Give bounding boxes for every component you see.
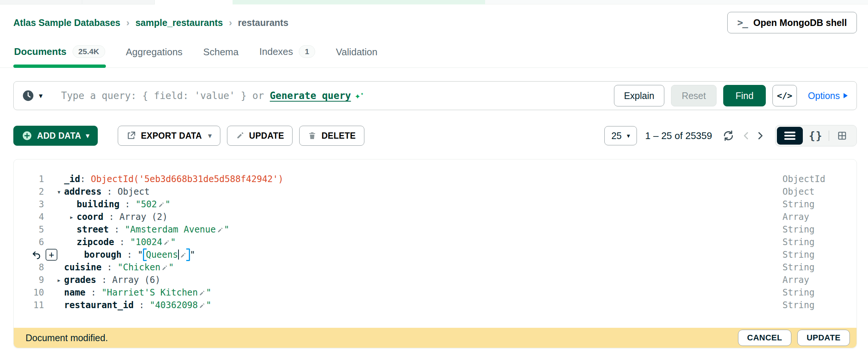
- refresh-button[interactable]: [722, 130, 734, 142]
- page-size-value: 25: [611, 131, 622, 141]
- tab-label: Schema: [203, 46, 238, 58]
- update-document-button[interactable]: UPDATE: [797, 330, 850, 346]
- chevron-left-icon: [741, 131, 751, 141]
- reset-button[interactable]: Reset: [671, 85, 717, 106]
- line-number-gutter: 5: [14, 224, 44, 235]
- window-tab-strip: [0, 0, 868, 4]
- line-number-gutter: 4: [14, 212, 44, 222]
- terminal-icon: >_: [737, 17, 747, 28]
- key-value-separator: :: [121, 250, 137, 260]
- code-view-button[interactable]: </>: [772, 85, 797, 106]
- chevron-down-icon: ▾: [208, 132, 211, 140]
- line-number-gutter: 1: [14, 174, 44, 184]
- table-view-toggle[interactable]: [829, 127, 855, 145]
- collection-header: Atlas Sample Databases › sample_restaura…: [0, 4, 868, 33]
- find-button[interactable]: Find: [723, 85, 766, 106]
- banner-actions: CANCEL UPDATE: [738, 330, 850, 346]
- list-view-toggle[interactable]: [777, 127, 803, 145]
- field-type: String: [782, 287, 857, 298]
- banner-message: Document modified.: [26, 333, 108, 343]
- document-row: 2▾address : ObjectObject: [14, 185, 857, 198]
- document-row: 11restaurant_id : "40362098"String: [14, 299, 857, 311]
- field-value[interactable]: Object: [118, 187, 150, 197]
- query-input[interactable]: Type a query: { field: 'value' } or Gene…: [61, 90, 364, 101]
- field-value[interactable]: "Harriet'S Kitchen": [101, 287, 211, 298]
- json-view-toggle[interactable]: {}: [803, 127, 829, 145]
- chevron-down-icon: ▾: [627, 133, 630, 139]
- edit-pencil-icon[interactable]: [158, 202, 164, 208]
- field-name: restaurant_id: [64, 300, 134, 310]
- collapse-caret-icon[interactable]: ▾: [44, 188, 64, 196]
- add-field-button[interactable]: +: [46, 249, 57, 261]
- add-data-button[interactable]: ADD DATA ▾: [13, 126, 98, 146]
- open-mongodb-shell-button[interactable]: >_ Open MongoDB shell: [727, 12, 857, 33]
- field-type: String: [782, 262, 857, 273]
- tab-documents[interactable]: Documents25.4K: [13, 41, 106, 67]
- field-value[interactable]: "Chicken": [118, 262, 174, 273]
- quote-mark: ": [138, 250, 143, 260]
- trash-icon: [308, 131, 317, 140]
- edit-pencil-icon[interactable]: [217, 227, 223, 234]
- breadcrumb-database-link[interactable]: sample_restaurants: [136, 17, 223, 28]
- field-name: cuisine: [64, 262, 101, 273]
- key-value-separator: :: [114, 237, 130, 247]
- tab-schema[interactable]: Schema: [203, 42, 239, 67]
- explain-button[interactable]: Explain: [614, 85, 664, 106]
- tab-count-badge: 25.4K: [73, 45, 105, 58]
- field-value[interactable]: "40362098": [150, 300, 211, 310]
- edit-pencil-icon[interactable]: [163, 240, 170, 246]
- line-number-gutter: 3: [14, 199, 44, 210]
- update-button[interactable]: UPDATE: [227, 126, 293, 146]
- options-toggle[interactable]: Options: [808, 90, 848, 101]
- field-value[interactable]: "10024": [130, 237, 176, 247]
- edit-pencil-icon[interactable]: [180, 252, 186, 259]
- tab-aggregations[interactable]: Aggregations: [125, 42, 183, 67]
- page-size-select[interactable]: 25 ▾: [604, 126, 637, 145]
- field-value[interactable]: Array (6): [112, 275, 160, 285]
- query-placeholder: Type a query: { field: 'value' } or: [61, 90, 270, 101]
- key-value-separator: :: [101, 187, 117, 197]
- key-value-separator: :: [109, 224, 125, 235]
- tab-label: Indexes: [259, 46, 293, 57]
- field-name: zipcode: [77, 237, 114, 247]
- field-name: borough: [84, 250, 121, 260]
- prev-page-button[interactable]: [741, 131, 751, 141]
- field-name: address: [64, 187, 101, 197]
- field-name: _id: [64, 174, 80, 184]
- revert-change-icon[interactable]: [31, 250, 42, 260]
- edit-pencil-icon[interactable]: [198, 290, 205, 297]
- breadcrumb: Atlas Sample Databases › sample_restaura…: [13, 17, 288, 29]
- line-number-gutter: 2: [14, 187, 44, 197]
- field-content: restaurant_id : "40362098": [44, 300, 782, 310]
- window-tab-gap: [155, 0, 233, 4]
- tab-validation[interactable]: Validation: [335, 42, 378, 67]
- pagination-range: 1 – 25 of 25359: [645, 130, 712, 142]
- query-history-button[interactable]: ▾: [22, 89, 43, 102]
- document-rows: 1_id: ObjectId('5eb3d668b31de5d588f42942…: [14, 159, 857, 311]
- field-value-editing[interactable]: Queens: [144, 250, 189, 260]
- edit-pencil-icon[interactable]: [161, 265, 168, 271]
- query-actions: Explain Reset Find </> Options: [614, 85, 848, 106]
- breadcrumb-chevron-icon: ›: [229, 17, 232, 29]
- document-row: 8cuisine : "Chicken"String: [14, 261, 857, 274]
- generate-query-link[interactable]: Generate query: [270, 90, 351, 101]
- tab-count-badge: 1: [299, 45, 315, 58]
- field-value[interactable]: "Amsterdam Avenue": [125, 224, 229, 235]
- cancel-button[interactable]: CANCEL: [738, 330, 792, 346]
- tab-indexes[interactable]: Indexes1: [258, 41, 316, 67]
- next-page-button[interactable]: [755, 131, 765, 141]
- field-name: building: [77, 199, 120, 210]
- export-data-button[interactable]: EXPORT DATA ▾: [118, 126, 220, 146]
- delete-button[interactable]: DELETE: [299, 126, 364, 146]
- breadcrumb-databases-link[interactable]: Atlas Sample Databases: [13, 17, 120, 28]
- expand-caret-icon[interactable]: ▸: [57, 213, 77, 221]
- edit-pencil-icon[interactable]: [198, 303, 205, 309]
- field-value[interactable]: ObjectId('5eb3d668b31de5d588f42942'): [91, 174, 283, 184]
- breadcrumb-collection-current: restaurants: [238, 17, 288, 28]
- expand-caret-icon[interactable]: ▸: [44, 276, 64, 284]
- field-value[interactable]: "502": [136, 199, 170, 210]
- pagination-controls: 25 ▾ 1 – 25 of 25359 {}: [604, 125, 857, 146]
- line-number: 10: [33, 287, 44, 298]
- field-name: coord: [77, 212, 103, 222]
- field-value[interactable]: Array (2): [120, 212, 168, 222]
